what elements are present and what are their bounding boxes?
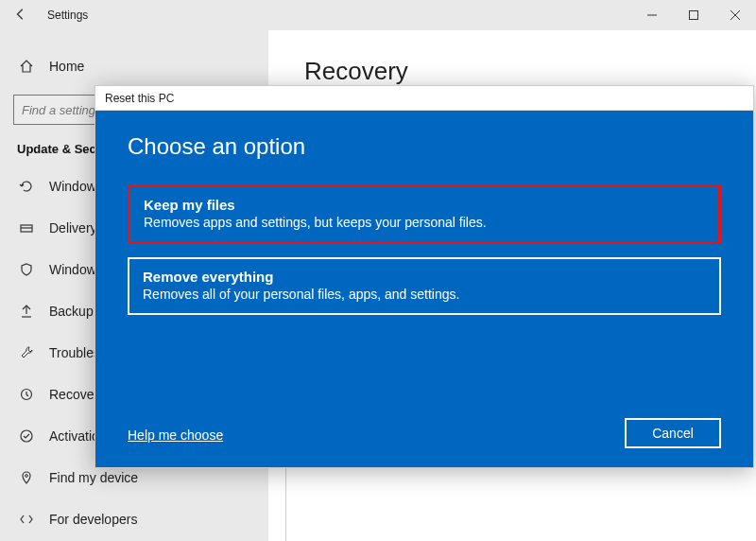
svg-point-9 — [21, 430, 32, 442]
recovery-icon — [19, 387, 34, 402]
sidebar-item-label: Find my device — [49, 470, 138, 485]
check-circle-icon — [19, 428, 34, 444]
option-desc: Removes all of your personal files, apps… — [143, 287, 706, 302]
page-title: Recovery — [304, 57, 756, 86]
home-icon — [19, 59, 34, 74]
refresh-icon — [19, 179, 34, 194]
home-label: Home — [49, 59, 84, 74]
location-icon — [19, 470, 34, 485]
shield-icon — [19, 262, 34, 277]
svg-rect-1 — [690, 11, 698, 20]
developers-icon — [19, 512, 34, 527]
sidebar-item-label: For developers — [49, 512, 137, 527]
wrench-icon — [19, 345, 34, 360]
option-title: Remove everything — [143, 269, 706, 285]
maximize-button[interactable] — [673, 0, 714, 30]
cancel-button[interactable]: Cancel — [625, 418, 721, 448]
titlebar: Settings — [0, 0, 756, 30]
dialog-title: Reset this PC — [95, 86, 753, 111]
close-button[interactable] — [714, 0, 756, 30]
backup-icon — [19, 304, 34, 319]
help-link[interactable]: Help me choose — [128, 428, 223, 443]
option-title: Keep my files — [144, 197, 705, 213]
option-remove-everything[interactable]: Remove everything Removes all of your pe… — [128, 257, 721, 315]
divider — [285, 468, 286, 541]
minimize-button[interactable] — [631, 0, 673, 30]
svg-point-10 — [26, 475, 28, 478]
option-desc: Removes apps and settings, but keeps you… — [144, 215, 705, 230]
back-button[interactable] — [0, 8, 42, 24]
option-keep-my-files[interactable]: Keep my files Removes apps and settings,… — [128, 184, 721, 244]
sidebar-item-label: Backup — [49, 304, 94, 319]
reset-pc-dialog: Reset this PC Choose an option Keep my f… — [94, 85, 754, 468]
dialog-heading: Choose an option — [128, 133, 721, 160]
sidebar-item-home[interactable]: Home — [0, 47, 268, 85]
delivery-icon — [19, 220, 34, 236]
sidebar-item-for-developers[interactable]: For developers — [0, 498, 268, 540]
window-title: Settings — [42, 9, 88, 22]
